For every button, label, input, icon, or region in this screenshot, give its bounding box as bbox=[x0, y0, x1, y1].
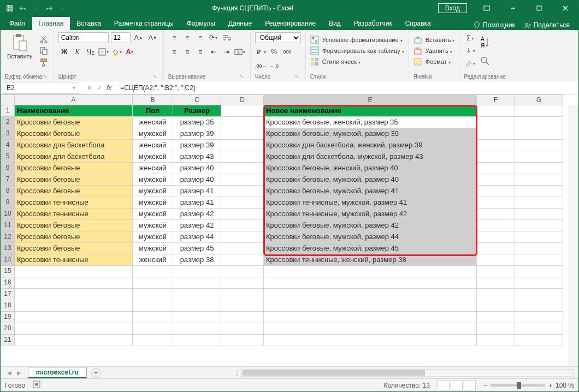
cell[interactable] bbox=[15, 277, 133, 289]
cell[interactable]: Кроссовки беговые, мужской, размер 40 bbox=[264, 174, 477, 186]
cell[interactable] bbox=[477, 323, 515, 335]
decrease-font-icon[interactable]: A▼ bbox=[147, 32, 159, 43]
cell[interactable]: Кроссовки теннисные bbox=[15, 197, 133, 209]
font-name-select[interactable] bbox=[58, 32, 109, 43]
cut-icon[interactable] bbox=[38, 34, 49, 44]
clipboard-launcher-icon[interactable]: ⤡ bbox=[43, 73, 49, 80]
cell[interactable] bbox=[515, 266, 563, 277]
format-as-table-button[interactable]: Форматировать как таблицу bbox=[310, 46, 404, 55]
number-launcher-icon[interactable]: ⤡ bbox=[294, 73, 301, 80]
tell-me-button[interactable]: Помощник bbox=[470, 20, 518, 30]
decrease-indent-icon[interactable]: ⇤ bbox=[208, 46, 220, 57]
cell[interactable] bbox=[133, 289, 173, 300]
cell[interactable]: размер 42 bbox=[173, 209, 221, 220]
cell[interactable] bbox=[173, 277, 221, 289]
row-header[interactable]: 10 bbox=[1, 209, 15, 220]
cell[interactable]: Кроссовки для баскетбола bbox=[15, 151, 133, 163]
row-header[interactable]: 7 bbox=[1, 174, 15, 186]
row-header[interactable]: 20 bbox=[1, 323, 15, 335]
cell[interactable] bbox=[477, 186, 515, 197]
col-header-g[interactable]: G bbox=[515, 94, 563, 105]
row-header[interactable]: 18 bbox=[1, 300, 15, 312]
cell[interactable]: мужской bbox=[133, 197, 173, 209]
cell[interactable] bbox=[477, 220, 515, 231]
undo-dropdown-icon[interactable] bbox=[31, 3, 41, 13]
cell[interactable]: размер 40 bbox=[173, 174, 221, 186]
fill-icon[interactable] bbox=[464, 45, 476, 56]
cell[interactable]: женский bbox=[133, 254, 173, 266]
cell[interactable]: Кроссовки теннисные, женский, размер 38 bbox=[264, 254, 477, 266]
cell[interactable]: Кроссовки беговые, мужской, размер 44 bbox=[264, 231, 477, 243]
cell[interactable] bbox=[477, 231, 515, 243]
cell[interactable] bbox=[15, 266, 133, 277]
comma-format-icon[interactable]: 000 bbox=[281, 46, 293, 57]
cell[interactable]: Кроссовки беговые, мужской, размер 45 bbox=[264, 243, 477, 254]
cell[interactable] bbox=[477, 117, 515, 128]
cell[interactable]: Кроссовки для баскетбола bbox=[15, 140, 133, 151]
cell[interactable] bbox=[264, 277, 477, 289]
view-normal-icon[interactable] bbox=[438, 381, 450, 390]
row-header[interactable]: 8 bbox=[1, 186, 15, 197]
font-color-icon[interactable]: А bbox=[124, 46, 136, 57]
cell[interactable]: Наименование bbox=[15, 105, 133, 117]
increase-decimal-icon[interactable]: .00→ bbox=[255, 61, 267, 72]
horizontal-scrollbar[interactable] bbox=[241, 369, 574, 377]
cell[interactable]: размер 39 bbox=[173, 140, 221, 151]
col-header-c[interactable]: C bbox=[173, 94, 221, 105]
cell[interactable] bbox=[133, 335, 173, 346]
row-header[interactable]: 19 bbox=[1, 312, 15, 323]
undo-icon[interactable] bbox=[18, 3, 28, 13]
cell[interactable]: женский bbox=[133, 163, 173, 174]
cell[interactable]: размер 43 bbox=[173, 151, 221, 163]
formula-input[interactable]: =СЦЕП(A2;", ";B2;", ";C2) bbox=[117, 83, 578, 93]
align-right-icon[interactable]: ≡ bbox=[194, 46, 206, 57]
cell[interactable] bbox=[515, 140, 563, 151]
cell[interactable]: Кроссовки для баскетбола, женский, разме… bbox=[264, 140, 477, 151]
row-header[interactable]: 13 bbox=[1, 243, 15, 254]
autosum-icon[interactable]: Σ bbox=[464, 33, 476, 44]
cell[interactable] bbox=[221, 220, 264, 231]
cell[interactable]: Размер bbox=[173, 105, 221, 117]
cell[interactable] bbox=[515, 163, 563, 174]
sheet-tab[interactable]: microexcel.ru bbox=[28, 367, 87, 378]
cell[interactable]: размер 35 bbox=[173, 117, 221, 128]
cell[interactable] bbox=[221, 335, 264, 346]
row-header[interactable]: 15 bbox=[1, 266, 15, 277]
align-left-icon[interactable]: ≡ bbox=[168, 46, 180, 57]
cell[interactable] bbox=[515, 220, 563, 231]
cell[interactable] bbox=[264, 266, 477, 277]
tab-home[interactable]: Главная bbox=[32, 17, 70, 30]
row-header[interactable]: 12 bbox=[1, 231, 15, 243]
cell[interactable] bbox=[477, 266, 515, 277]
cell[interactable] bbox=[515, 277, 563, 289]
cell[interactable] bbox=[477, 300, 515, 312]
col-header-f[interactable]: F bbox=[477, 94, 515, 105]
cell[interactable] bbox=[221, 231, 264, 243]
cell[interactable] bbox=[477, 277, 515, 289]
tab-developer[interactable]: Разработчик bbox=[347, 17, 399, 30]
cell[interactable] bbox=[515, 197, 563, 209]
row-header[interactable]: 14 bbox=[1, 254, 15, 266]
cell[interactable] bbox=[515, 243, 563, 254]
font-size-select[interactable] bbox=[111, 32, 131, 43]
delete-cells-button[interactable]: Удалить bbox=[413, 46, 455, 55]
cell[interactable]: размер 40 bbox=[173, 163, 221, 174]
insert-cells-button[interactable]: Вставить bbox=[413, 35, 455, 44]
cell[interactable] bbox=[15, 335, 133, 346]
increase-font-icon[interactable]: A▲ bbox=[133, 32, 145, 43]
cell[interactable]: размер 45 bbox=[173, 243, 221, 254]
row-header[interactable]: 4 bbox=[1, 140, 15, 151]
cell[interactable] bbox=[515, 105, 563, 117]
cell[interactable]: Кроссовки беговые bbox=[15, 163, 133, 174]
cell[interactable]: размер 41 bbox=[173, 186, 221, 197]
cell[interactable]: Кроссовки беговые, мужской, размер 42 bbox=[264, 220, 477, 231]
cell[interactable] bbox=[515, 231, 563, 243]
row-header[interactable]: 1 bbox=[1, 105, 15, 117]
cell[interactable] bbox=[477, 105, 515, 117]
cell[interactable]: Кроссовки беговые bbox=[15, 243, 133, 254]
cell-styles-button[interactable]: Стили ячеек bbox=[310, 57, 404, 66]
zoom-out-icon[interactable]: − bbox=[483, 382, 487, 389]
tab-data[interactable]: Данные bbox=[222, 17, 258, 30]
cell[interactable] bbox=[477, 243, 515, 254]
row-header[interactable]: 16 bbox=[1, 277, 15, 289]
